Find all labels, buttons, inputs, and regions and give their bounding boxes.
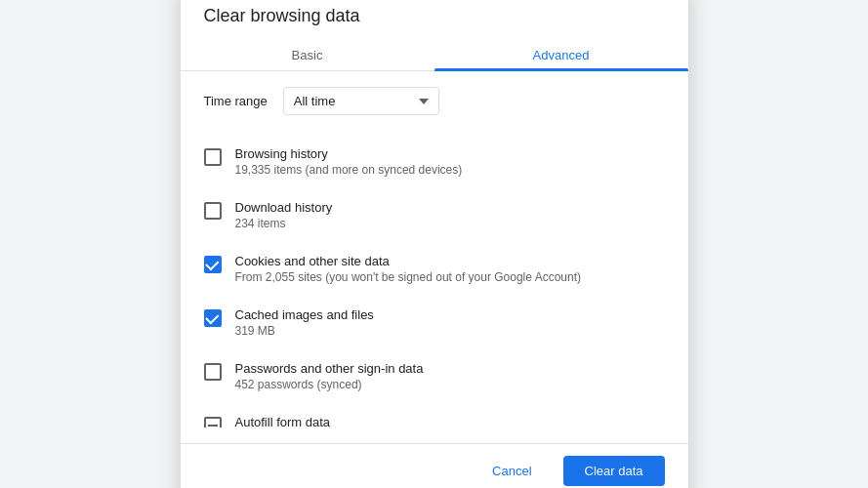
dialog-body: Time range All time Last hour Last 24 ho… <box>181 71 688 443</box>
item-title-cookies: Cookies and other site data <box>235 254 582 268</box>
checkbox-cached-images[interactable] <box>204 309 222 327</box>
item-title-download-history: Download history <box>235 200 333 215</box>
item-cookies: Cookies and other site data From 2,055 s… <box>204 242 661 296</box>
item-cached-images: Cached images and files 319 MB <box>204 296 661 349</box>
item-download-history: Download history 234 items <box>204 188 661 242</box>
tab-bar: Basic Advanced <box>181 38 688 71</box>
clear-browsing-data-dialog: Clear browsing data Basic Advanced Time … <box>181 0 688 488</box>
dialog-title: Clear browsing data <box>181 0 688 26</box>
checkbox-cookies[interactable] <box>204 256 222 273</box>
clear-data-button[interactable]: Clear data <box>563 456 665 486</box>
dialog-footer: Cancel Clear data <box>181 443 688 488</box>
item-title-browsing-history: Browsing history <box>235 146 463 161</box>
item-title-autofill: Autofill form data <box>235 415 331 427</box>
checkbox-passwords[interactable] <box>204 363 222 381</box>
items-list: Browsing history 19,335 items (and more … <box>204 135 665 427</box>
time-range-row: Time range All time Last hour Last 24 ho… <box>204 87 665 115</box>
checkbox-autofill[interactable] <box>204 417 222 427</box>
checkbox-download-history[interactable] <box>204 202 222 220</box>
item-passwords: Passwords and other sign-in data 452 pas… <box>204 349 661 403</box>
item-desc-cached-images: 319 MB <box>235 324 374 338</box>
item-title-cached-images: Cached images and files <box>235 307 374 322</box>
item-desc-cookies: From 2,055 sites (you won't be signed ou… <box>235 270 582 284</box>
item-desc-download-history: 234 items <box>235 217 333 230</box>
checkbox-browsing-history[interactable] <box>204 148 222 166</box>
time-range-select[interactable]: All time Last hour Last 24 hours Last 7 … <box>283 87 439 115</box>
tab-basic[interactable]: Basic <box>181 38 434 70</box>
tab-advanced[interactable]: Advanced <box>434 38 688 70</box>
item-browsing-history: Browsing history 19,335 items (and more … <box>204 135 661 188</box>
item-autofill: Autofill form data <box>204 403 661 427</box>
item-title-passwords: Passwords and other sign-in data <box>235 361 424 376</box>
cancel-button[interactable]: Cancel <box>471 456 553 486</box>
item-desc-browsing-history: 19,335 items (and more on synced devices… <box>235 163 463 177</box>
item-desc-passwords: 452 passwords (synced) <box>235 378 424 391</box>
time-range-label: Time range <box>204 94 268 108</box>
